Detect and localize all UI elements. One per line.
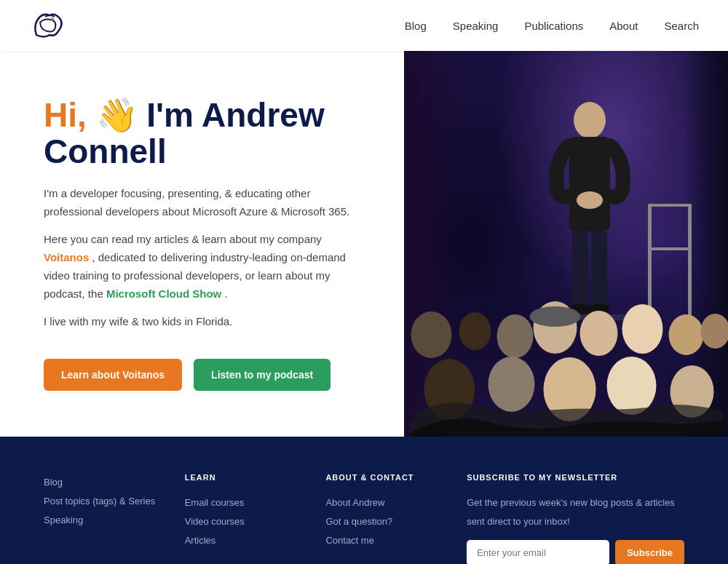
footer-contact-link[interactable]: Contact me: [325, 531, 438, 550]
svg-point-3: [577, 191, 603, 209]
svg-point-20: [669, 314, 704, 355]
footer: Blog Post topics (tags) & Series Speakin…: [0, 437, 728, 564]
site-logo[interactable]: [29, 9, 66, 42]
nav-blog[interactable]: Blog: [405, 20, 427, 32]
hero-para1: I'm a developer focusing, presenting, & …: [44, 185, 364, 221]
nav-about[interactable]: About: [609, 20, 638, 32]
audience-figure: [404, 277, 728, 437]
learn-voitanos-button[interactable]: Learn about Voitanos: [44, 359, 182, 391]
para2-post: .: [224, 287, 227, 300]
svg-point-25: [607, 357, 657, 415]
svg-point-0: [51, 17, 54, 20]
footer-articles-link[interactable]: Articles: [185, 531, 297, 550]
nav-links: Blog Speaking Publications About Search: [405, 20, 699, 32]
svg-point-17: [530, 306, 581, 327]
listen-podcast-button[interactable]: Listen to my podcast: [194, 359, 331, 391]
newsletter-subscribe-button[interactable]: Subscribe: [615, 540, 684, 564]
newsletter-form: Subscribe: [467, 540, 684, 564]
svg-point-23: [488, 357, 535, 412]
newsletter-email-input[interactable]: [467, 540, 609, 564]
footer-learn-heading: Learn: [185, 473, 297, 482]
logo-icon: [29, 9, 66, 42]
mscloud-link[interactable]: Microsoft Cloud Show: [106, 287, 221, 300]
svg-rect-2: [569, 137, 610, 231]
footer-speaking-link[interactable]: Speaking: [44, 511, 156, 530]
svg-rect-10: [648, 204, 692, 207]
footer-col-learn: Learn Email courses Video courses Articl…: [185, 473, 297, 564]
greeting-text: Hi,: [44, 96, 87, 134]
wave-emoji: 👋: [96, 96, 138, 134]
hero-content: Hi, 👋 I'm Andrew Connell I'm a developer…: [0, 51, 404, 437]
hero-image: [404, 51, 728, 437]
svg-point-13: [411, 311, 452, 358]
hero-para3: I live with my wife & two kids in Florid…: [44, 313, 364, 331]
svg-rect-11: [648, 247, 692, 250]
svg-point-1: [574, 102, 606, 138]
footer-col-newsletter: Subscribe to my newsletter Get the previ…: [467, 473, 684, 564]
footer-question-link[interactable]: Got a question?: [325, 512, 438, 531]
footer-posttopics-link[interactable]: Post topics (tags) & Series: [44, 492, 156, 511]
footer-newsletter-heading: Subscribe to my newsletter: [467, 473, 684, 482]
svg-point-19: [622, 304, 663, 354]
newsletter-desc: Get the previous week's new blog posts &…: [467, 493, 684, 531]
footer-col-links: Blog Post topics (tags) & Series Speakin…: [44, 473, 156, 564]
nav-publications[interactable]: Publications: [524, 20, 583, 32]
footer-col-about: About & Contact About Andrew Got a quest…: [325, 473, 438, 564]
footer-blog-link[interactable]: Blog: [44, 473, 156, 492]
para2-pre: Here you can read my articles & learn ab…: [44, 233, 322, 245]
svg-point-21: [701, 314, 729, 349]
svg-point-14: [459, 312, 491, 350]
hero-section: Hi, 👋 I'm Andrew Connell I'm a developer…: [0, 51, 728, 437]
nav-search[interactable]: Search: [664, 20, 699, 32]
nav-speaking[interactable]: Speaking: [453, 20, 499, 32]
navbar: Blog Speaking Publications About Search: [0, 0, 728, 51]
footer-video-courses-link[interactable]: Video courses: [185, 512, 297, 531]
svg-point-18: [580, 311, 618, 356]
footer-email-courses-link[interactable]: Email courses: [185, 493, 297, 512]
footer-grid: Blog Post topics (tags) & Series Speakin…: [44, 473, 684, 564]
footer-about-andrew-link[interactable]: About Andrew: [325, 493, 438, 512]
svg-point-15: [497, 314, 534, 358]
footer-about-heading: About & Contact: [325, 473, 438, 482]
hero-heading: Hi, 👋 I'm Andrew Connell: [44, 97, 368, 170]
hero-buttons: Learn about Voitanos Listen to my podcas…: [44, 359, 368, 391]
hero-para2: Here you can read my articles & learn ab…: [44, 231, 364, 303]
voitanos-link[interactable]: Voitanos: [44, 251, 89, 263]
